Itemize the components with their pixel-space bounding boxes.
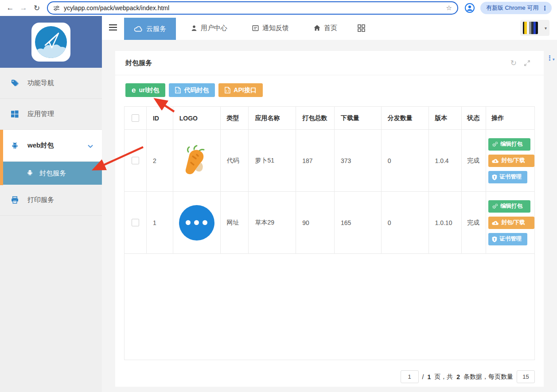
page-input[interactable]: 1 [401, 370, 419, 383]
page-title: 封包服务 [125, 59, 152, 67]
total-items: 2 [456, 373, 460, 380]
edit-pack-button[interactable]: 编辑打包 [488, 138, 530, 151]
header-actions: 操作 [486, 107, 534, 129]
shield-icon [492, 236, 497, 242]
forward-icon[interactable]: → [17, 4, 30, 12]
android-icon [11, 142, 19, 149]
back-icon[interactable]: ← [4, 4, 17, 12]
reload-icon[interactable]: ↻ [30, 4, 43, 13]
sidebar-item-feature-nav[interactable]: 功能导航 [0, 68, 102, 99]
pagination-text: 条数据，每页数量 [464, 373, 513, 381]
grid-menu-icon[interactable] [351, 16, 371, 40]
cell-name: 萝卜51 [249, 130, 296, 191]
tab-label: 首页 [324, 24, 337, 32]
pack-download-button[interactable]: 封包/下载 [488, 217, 534, 229]
tags-icon [11, 79, 19, 87]
file-code-icon [175, 87, 181, 93]
cell-status: 完成 [462, 130, 486, 191]
sidebar-logo-area [0, 16, 102, 68]
file-code-icon [225, 87, 230, 93]
app-logo[interactable] [31, 23, 70, 62]
tab-notifications[interactable]: 通知反馈 [242, 16, 299, 40]
gears-icon [492, 141, 498, 147]
floating-caret-icon[interactable]: ▾ [553, 57, 555, 62]
nav-tabs: 云服务 用户中心 通知反馈 [124, 16, 371, 40]
hamburger-menu-icon[interactable] [109, 24, 117, 32]
cell-id: 1 [147, 192, 173, 253]
code-pack-button[interactable]: 代码封包 [169, 83, 215, 97]
sidebar-item-print-service[interactable]: 打印服务 [0, 185, 102, 216]
header-version: 版本 [429, 107, 462, 129]
toolbar: e url封包 代码封包 [125, 83, 263, 97]
pagination-separator: / [422, 373, 424, 380]
pack-table: ID LOGO 类型 应用名称 打包总数 下载量 分发数量 版本 状态 操作 2 [124, 106, 535, 360]
active-menu-indicator [0, 130, 3, 185]
tab-label: 通知反馈 [262, 24, 289, 32]
sidebar-item-pack-service[interactable]: 封包服务 [0, 162, 102, 185]
sidebar-item-label: 功能导航 [27, 79, 54, 87]
url-text[interactable]: ycylapp.com/pack/webpack/index.html [64, 4, 446, 12]
cell-version: 1.0.10 [429, 192, 462, 253]
header-distribution: 分发数量 [382, 107, 429, 129]
cloud-download-icon [492, 220, 499, 225]
browser-menu-icon[interactable]: ⋮ [541, 4, 548, 12]
row-checkbox[interactable] [132, 219, 139, 226]
android-icon [27, 169, 33, 177]
sidebar-item-label: web封包 [27, 141, 54, 150]
caret-down-icon: ▾ [545, 26, 547, 31]
user-avatar-dropdown[interactable]: ▾ [520, 20, 549, 36]
button-label: 证书管理 [499, 173, 522, 181]
button-label: 封包/下载 [501, 219, 525, 226]
table-row: 2 [125, 130, 534, 192]
cell-distribution: 0 [382, 192, 429, 253]
user-icon [191, 25, 197, 31]
feedback-icon [252, 25, 259, 31]
pack-download-button[interactable]: 封包/下载 [488, 155, 534, 167]
cell-type: 网址 [221, 192, 249, 253]
cell-name: 草本29 [249, 192, 296, 253]
cert-manage-button[interactable]: 证书管理 [488, 171, 527, 183]
select-all-checkbox[interactable] [132, 114, 139, 122]
sidebar-item-web-pack[interactable]: web封包 [0, 130, 102, 162]
pack-service-panel: 封包服务 ↻ e url封包 [115, 51, 544, 387]
edit-pack-button[interactable]: 编辑打包 [488, 200, 530, 213]
cell-type: 代码 [221, 130, 249, 191]
fullscreen-icon[interactable] [524, 60, 530, 66]
header-id: ID [147, 107, 173, 129]
button-label: 编辑打包 [500, 202, 522, 210]
tab-home[interactable]: 首页 [304, 16, 347, 40]
cell-status: 完成 [462, 192, 486, 253]
header-name: 应用名称 [249, 107, 296, 129]
shield-icon [492, 174, 497, 180]
url-pack-button[interactable]: e url封包 [125, 83, 165, 97]
header-downloads: 下载量 [335, 107, 382, 129]
header-logo: LOGO [173, 107, 221, 129]
sidebar: 功能导航 应用管理 [0, 16, 102, 392]
main-content: 封包服务 ↻ e url封包 [102, 40, 557, 392]
table-header-row: ID LOGO 类型 应用名称 打包总数 下载量 分发数量 版本 状态 操作 [125, 107, 534, 130]
button-label: url封包 [139, 86, 159, 94]
profile-icon[interactable] [464, 3, 475, 13]
cell-version: 1.0.4 [429, 130, 462, 191]
tab-cloud-service[interactable]: 云服务 [124, 18, 176, 40]
address-bar[interactable]: ycylapp.com/pack/webpack/index.html ☆ [47, 1, 458, 15]
chevron-down-icon [88, 142, 93, 149]
floating-menu-dots-icon[interactable]: ⋮ [546, 54, 553, 62]
sidebar-item-label: 打印服务 [27, 196, 54, 204]
pagination: 1 / 1 页，共 2 条数据，每页数量 15 [401, 370, 535, 383]
sidebar-item-label: 应用管理 [27, 110, 54, 118]
api-button[interactable]: API接口 [218, 83, 262, 97]
gears-icon [492, 203, 498, 210]
chrome-update-chip[interactable]: 有新版 Chrome 可用 ⋮ [480, 2, 552, 14]
bookmark-star-icon[interactable]: ☆ [446, 4, 452, 12]
sidebar-item-app-manage[interactable]: 应用管理 [0, 99, 102, 130]
refresh-icon[interactable]: ↻ [510, 58, 517, 68]
row-checkbox[interactable] [132, 157, 139, 164]
table-row: 1 网址 草本29 90 165 0 1.0.10 完成 [125, 192, 534, 254]
site-settings-icon[interactable] [53, 5, 60, 12]
cert-manage-button[interactable]: 证书管理 [488, 233, 527, 245]
per-page-input[interactable]: 15 [517, 370, 535, 383]
cell-pack-total: 187 [296, 130, 335, 191]
tab-user-center[interactable]: 用户中心 [181, 16, 237, 40]
top-navbar: 云服务 用户中心 通知反馈 [102, 16, 557, 40]
